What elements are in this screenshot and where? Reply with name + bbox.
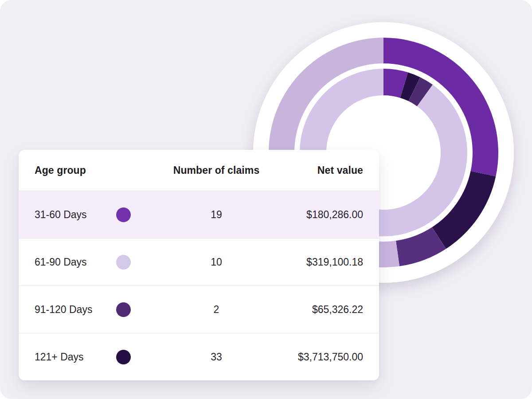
page-background: Age group Number of claims Net value 31-… (0, 0, 532, 399)
legend-dot-cell (101, 302, 145, 317)
table-row[interactable]: 91-120 Days 2 $65,326.22 (19, 286, 379, 333)
net-value: $65,326.22 (287, 304, 363, 316)
claims-count: 19 (145, 209, 287, 221)
age-group-label: 121+ Days (35, 351, 101, 363)
table-row[interactable]: 61-90 Days 10 $319,100.18 (19, 238, 379, 286)
net-value: $319,100.18 (287, 256, 363, 268)
legend-dot-cell (101, 350, 145, 364)
claims-count: 10 (145, 256, 287, 268)
column-header-net-value: Net value (287, 164, 363, 176)
legend-dot (116, 255, 131, 270)
legend-dot-cell (101, 207, 145, 222)
legend-dot-cell (101, 255, 145, 270)
column-header-claims: Number of claims (145, 164, 287, 176)
legend-dot (116, 207, 131, 222)
table-row[interactable]: 121+ Days 33 $3,713,750.00 (19, 333, 379, 380)
legend-dot (116, 302, 131, 317)
column-header-age-group: Age group (35, 164, 145, 176)
age-group-label: 31-60 Days (35, 209, 101, 221)
claims-count: 2 (145, 304, 287, 316)
age-group-label: 61-90 Days (35, 256, 101, 268)
age-group-label: 91-120 Days (35, 304, 101, 316)
legend-dot (116, 350, 131, 364)
aging-claims-card: Age group Number of claims Net value 31-… (19, 150, 379, 380)
claims-count: 33 (145, 351, 287, 363)
net-value: $3,713,750.00 (287, 351, 363, 363)
table-row[interactable]: 31-60 Days 19 $180,286.00 (19, 191, 379, 238)
table-header-row: Age group Number of claims Net value (19, 150, 379, 191)
net-value: $180,286.00 (287, 209, 363, 221)
